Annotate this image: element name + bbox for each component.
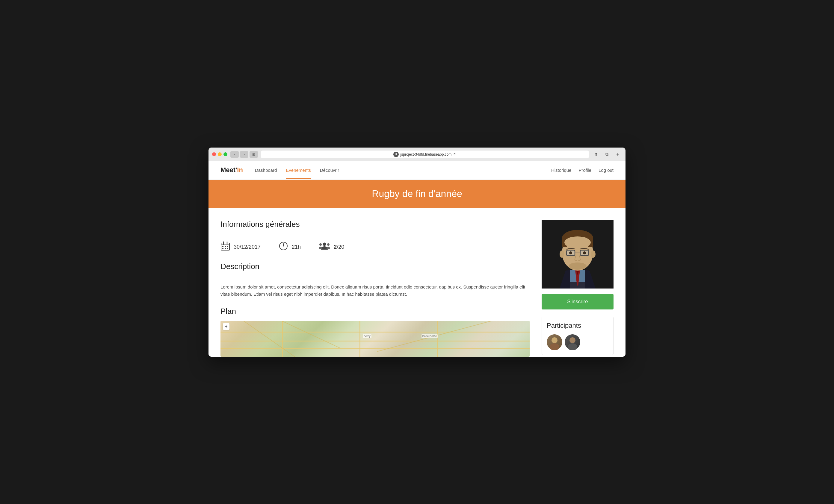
register-button[interactable]: S'inscrire xyxy=(542,294,614,310)
svg-rect-6 xyxy=(227,246,228,247)
nav-link-decouvrir[interactable]: Découvrir xyxy=(320,162,339,179)
content-left: Informations générales xyxy=(220,220,530,357)
profile-image xyxy=(542,220,614,289)
traffic-lights xyxy=(212,152,227,156)
calendar-icon xyxy=(220,241,230,253)
info-generales-title: Informations générales xyxy=(220,220,530,229)
hero-title: Rugby de fin d'année xyxy=(220,188,614,199)
map-inner: Bercy Porte Dorée xyxy=(220,321,530,357)
svg-point-16 xyxy=(327,243,330,246)
hero-banner: Rugby de fin d'année xyxy=(208,180,626,208)
svg-point-15 xyxy=(319,243,322,246)
minimize-button[interactable] xyxy=(218,152,222,156)
duplicate-icon[interactable]: ⧉ xyxy=(603,151,611,158)
nav-link-dashboard[interactable]: Dashboard xyxy=(255,162,277,179)
browser-actions: ⬆ ⧉ + xyxy=(592,151,622,158)
refresh-icon[interactable]: ↻ xyxy=(453,152,457,157)
participants-title: Participants xyxy=(547,322,609,329)
svg-rect-4 xyxy=(222,246,223,247)
plan-title: Plan xyxy=(220,307,530,316)
info-row: 30/12/2017 21h xyxy=(220,241,530,253)
svg-rect-9 xyxy=(227,248,228,249)
content-right: S'inscrire Participants xyxy=(542,220,614,357)
url-text: jsproject-34dfd.firebaseapp.com xyxy=(400,152,452,157)
info-divider xyxy=(220,234,530,234)
event-date: 30/12/2017 xyxy=(234,244,261,250)
address-bar[interactable]: U jsproject-34dfd.firebaseapp.com ↻ xyxy=(261,151,589,158)
participant-avatar-2 xyxy=(565,334,580,350)
back-button[interactable]: ‹ xyxy=(231,151,239,158)
group-icon xyxy=(319,241,330,253)
map-container: Bercy Porte Dorée + xyxy=(220,321,530,357)
nav-link-evenements[interactable]: Evenements xyxy=(286,162,311,179)
clock-icon xyxy=(279,241,288,253)
svg-point-14 xyxy=(323,243,326,246)
description-title: Description xyxy=(220,262,530,271)
participant-avatars xyxy=(547,334,609,350)
svg-point-34 xyxy=(550,343,559,350)
share-icon[interactable]: ⬆ xyxy=(592,151,600,158)
browser-window: ‹ › ⊞ U jsproject-34dfd.firebaseapp.com … xyxy=(208,147,626,357)
map-label-bercy: Bercy xyxy=(363,334,371,338)
svg-point-28 xyxy=(569,251,572,254)
browser-nav-buttons: ‹ › ⊞ xyxy=(231,151,258,158)
user-icon: U xyxy=(393,152,399,157)
capacity-item: 2/20 xyxy=(319,241,344,253)
reader-button[interactable]: ⊞ xyxy=(249,151,258,158)
svg-point-32 xyxy=(569,262,587,270)
event-time: 21h xyxy=(292,244,301,250)
map-zoom-in[interactable]: + xyxy=(223,323,229,330)
app-navbar: Meet'In Dashboard Evenements Découvrir H… xyxy=(208,161,626,180)
svg-rect-5 xyxy=(225,246,226,247)
svg-point-35 xyxy=(569,337,575,343)
address-bar-container: U jsproject-34dfd.firebaseapp.com ↻ xyxy=(261,151,589,158)
main-content: Informations générales xyxy=(208,208,626,357)
forward-button[interactable]: › xyxy=(240,151,248,158)
nav-historique[interactable]: Historique xyxy=(551,167,572,173)
logo-highlight: In xyxy=(237,166,243,174)
maximize-button[interactable] xyxy=(223,152,227,156)
participants-section: Participants xyxy=(542,317,614,355)
svg-point-33 xyxy=(551,337,557,343)
svg-point-36 xyxy=(568,343,577,350)
description-text: Lorem ipsum dolor sit amet, consectetur … xyxy=(220,283,530,298)
svg-rect-8 xyxy=(225,248,226,249)
browser-chrome: ‹ › ⊞ U jsproject-34dfd.firebaseapp.com … xyxy=(208,147,626,161)
app-logo: Meet'In xyxy=(220,166,243,174)
svg-point-24 xyxy=(564,236,591,248)
event-capacity: 2/20 xyxy=(334,244,344,250)
svg-point-30 xyxy=(559,251,564,258)
svg-point-31 xyxy=(591,251,595,258)
browser-top-bar: ‹ › ⊞ U jsproject-34dfd.firebaseapp.com … xyxy=(212,151,622,161)
description-divider xyxy=(220,276,530,276)
close-button[interactable] xyxy=(212,152,216,156)
svg-point-29 xyxy=(583,251,586,254)
nav-right: Historique Profile Log out xyxy=(551,167,614,173)
participant-avatar-1 xyxy=(547,334,562,350)
svg-rect-7 xyxy=(222,248,223,249)
date-item: 30/12/2017 xyxy=(220,241,261,253)
time-item: 21h xyxy=(279,241,301,253)
map-label-porte-doree: Porte Dorée xyxy=(421,334,438,338)
new-tab-button[interactable]: + xyxy=(614,151,622,158)
nav-logout[interactable]: Log out xyxy=(598,167,614,173)
nav-profile[interactable]: Profile xyxy=(578,167,591,173)
nav-links: Dashboard Evenements Découvrir xyxy=(255,162,551,179)
svg-point-13 xyxy=(283,246,284,246)
